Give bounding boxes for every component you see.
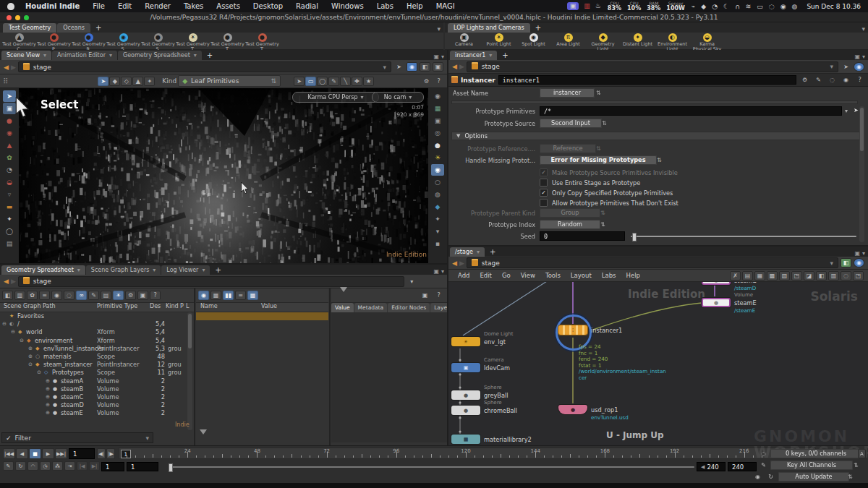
play-reverse-button[interactable]: ◀ xyxy=(16,448,28,459)
pane-menu-icon[interactable]: ▾ xyxy=(441,268,444,275)
grid-icon[interactable]: ▦ xyxy=(431,103,444,114)
moon-icon[interactable]: ☾ xyxy=(723,3,729,10)
snapshot-icon[interactable]: ▣ xyxy=(137,291,148,300)
node-name-field[interactable]: instancer1 xyxy=(498,75,796,85)
checkbox[interactable] xyxy=(540,189,548,197)
shelf-tool[interactable]: ●Test Geometry R. xyxy=(72,33,106,50)
node-body[interactable]: ☀ xyxy=(451,337,480,346)
snapshot-gallery-icon[interactable]: ◧ xyxy=(841,258,851,267)
translate-tool-icon[interactable]: ● xyxy=(3,115,16,127)
search-icon[interactable]: ◌ xyxy=(64,291,75,300)
step-forward-button[interactable]: |▶ xyxy=(106,448,115,459)
shade-icon[interactable]: ▧ xyxy=(779,271,790,281)
pane-tab[interactable]: instancer1▾ xyxy=(450,51,497,60)
handles-tool-icon[interactable]: ◒ xyxy=(3,176,16,188)
shelf-menu-icon[interactable]: ▾ xyxy=(437,25,441,33)
auto-update-dropdown[interactable]: Auto Update xyxy=(778,472,849,481)
gear-icon[interactable]: ⚙ xyxy=(421,77,432,86)
go-start-button[interactable]: |◀◀ xyxy=(3,448,15,459)
memory-icon[interactable]: ◉ xyxy=(752,472,763,481)
box-icon[interactable]: ▥ xyxy=(828,271,839,281)
find-icon[interactable]: ◌ xyxy=(841,271,851,281)
capsule-tool-icon[interactable]: ◯ xyxy=(3,226,16,237)
node-body[interactable]: ● xyxy=(702,298,731,307)
network-menu-item[interactable]: Help xyxy=(621,272,645,279)
display-mirroring-icon[interactable]: ▣ xyxy=(567,2,579,10)
node-body[interactable]: ▣ xyxy=(451,363,480,372)
pose-tool-icon[interactable]: ✿ xyxy=(3,152,16,163)
channels-icon[interactable]: ✎ xyxy=(758,461,769,470)
asset-name-stepper-icon[interactable]: ⇅ xyxy=(596,90,601,96)
keys-scope-icon[interactable]: ◌ xyxy=(758,449,769,458)
shelf-tool[interactable]: ◉Test Geometry S. xyxy=(106,33,140,50)
current-frame-field[interactable]: 1 xyxy=(69,448,95,459)
secure-selection-icon[interactable]: ▣ xyxy=(3,103,16,114)
traffic-lights[interactable] xyxy=(7,15,29,20)
brush-select-icon[interactable]: ✎ xyxy=(328,77,339,86)
go-end-button[interactable]: ▶▶| xyxy=(55,448,67,459)
path-field[interactable]: stage▾ xyxy=(467,257,838,268)
pane-maximize-icon[interactable]: ▣ xyxy=(854,53,860,60)
steamE[interactable]: Volume ● steamE /steamE xyxy=(702,298,731,307)
select-prims-icon[interactable]: ▲ xyxy=(132,77,143,86)
select-tool-icon[interactable]: ➤ xyxy=(3,90,16,102)
network-menu-item[interactable]: Go xyxy=(497,272,516,279)
prototype-source-dropdown[interactable]: Second Input xyxy=(540,119,602,128)
columns-view-icon[interactable]: ▦ xyxy=(247,291,258,300)
menubar-clock[interactable]: Sun Dec 8 10.36 xyxy=(807,3,861,10)
pane-divider[interactable] xyxy=(194,288,195,445)
ball-icon[interactable]: ● xyxy=(431,140,444,151)
materials[interactable]: ⊕ ○ materials Scope 48 xyxy=(0,353,187,361)
network-menu-item[interactable]: Add xyxy=(453,272,475,279)
sync-icon[interactable]: ◉ xyxy=(854,62,864,72)
inspector-header[interactable]: Name Value xyxy=(196,303,328,312)
target-icon[interactable]: ◎ xyxy=(431,127,444,139)
network-menu-item[interactable]: View xyxy=(516,272,540,279)
grid-icon[interactable]: ▦ xyxy=(754,271,765,281)
options-section-header[interactable]: ▼ Options xyxy=(451,132,861,140)
search-icon[interactable]: ◌ xyxy=(769,3,775,10)
expander-icon[interactable]: ⊖ xyxy=(11,328,15,336)
frame-all-icon[interactable]: ◳ xyxy=(791,271,802,281)
view-options-icon[interactable]: ◉ xyxy=(431,90,444,102)
split-view-icon[interactable]: ▮▮ xyxy=(223,291,234,300)
shelf-menu-icon[interactable]: ▾ xyxy=(861,25,865,33)
expander-icon[interactable]: ⊕ xyxy=(28,353,33,361)
cut-icon[interactable]: ✗ xyxy=(730,271,741,281)
key-all-stepper-icon[interactable]: ⇅ xyxy=(854,462,859,468)
steam_instancer[interactable]: ⊖ ◆ steam_instancer PointInstancer 12 gr… xyxy=(0,361,187,369)
error-filter-icon[interactable]: ▥ xyxy=(14,291,25,300)
add-shelf-tab-button[interactable]: + xyxy=(531,23,545,33)
menu-item[interactable]: Render xyxy=(138,2,177,10)
help-icon[interactable]: ? xyxy=(854,75,865,85)
path-field[interactable]: stage▾ xyxy=(467,61,838,72)
main-vertical-divider[interactable] xyxy=(447,50,448,445)
shelf-tab[interactable]: LOP Lights and Cameras xyxy=(448,23,530,33)
menu-item[interactable]: Labs xyxy=(370,2,400,10)
info-icon[interactable]: ◉ xyxy=(841,75,851,85)
menu-item[interactable]: Desktop xyxy=(247,2,289,10)
color-icon[interactable]: ◧ xyxy=(816,271,827,281)
add-pane-tab-button[interactable]: + xyxy=(203,51,217,60)
steamD[interactable]: ● steamD /steamD xyxy=(702,282,731,285)
path-menu-icon[interactable]: ▾ xyxy=(407,277,417,286)
nav-forward-icon[interactable]: ▶ xyxy=(11,64,16,71)
shelf-tool[interactable]: ●Test Geometry T. xyxy=(210,33,244,50)
nav-back-icon[interactable]: ◀ xyxy=(452,260,457,267)
value-tab[interactable]: Metadata xyxy=(354,303,388,312)
nav-back-icon[interactable]: ◀ xyxy=(452,63,457,70)
steamC[interactable]: ⊕ ● steamC Volume 2 xyxy=(0,393,187,401)
drape-tool-icon[interactable]: ▬ xyxy=(3,201,16,213)
select-points-icon[interactable]: ◆ xyxy=(109,77,120,86)
add-shelf-tab-button[interactable]: + xyxy=(91,23,106,33)
toolbar-handle-icon[interactable]: ⠿ xyxy=(3,77,8,85)
pane-menu-icon[interactable]: ▾ xyxy=(862,250,865,257)
add-pane-tab-button[interactable]: + xyxy=(485,247,500,257)
checkbox[interactable] xyxy=(540,179,548,187)
stepper-icon[interactable]: ⇅ xyxy=(602,120,607,127)
pane-maximize-icon[interactable]: ▣ xyxy=(433,268,439,275)
laser-select-icon[interactable]: ╲ xyxy=(340,77,351,86)
menu-item[interactable]: MAGI xyxy=(430,2,461,10)
browser-icon[interactable]: ◍ xyxy=(792,3,798,10)
select-visible-icon[interactable]: ✚ xyxy=(352,77,362,86)
